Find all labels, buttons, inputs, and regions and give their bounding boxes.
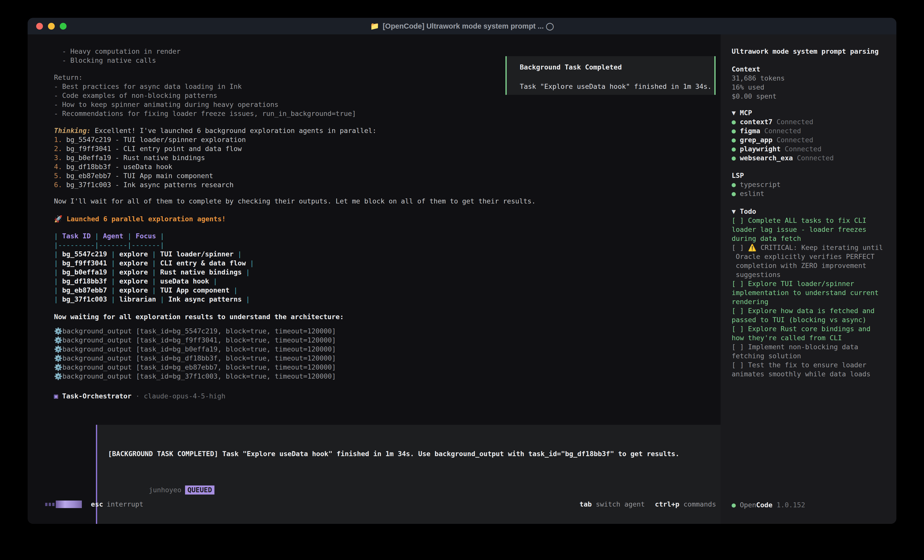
text-line: [ ] Test the fix to ensure loader bbox=[732, 361, 891, 370]
text-line: | Task ID | Agent | Focus | bbox=[54, 232, 721, 241]
text-line: ● context7 Connected bbox=[732, 117, 891, 126]
text-line: ⚙️background_output [task_id=bg_37f1c003… bbox=[54, 372, 721, 381]
background-task-completed-message: [BACKGROUND TASK COMPLETED] Task "Explor… bbox=[96, 425, 769, 524]
text-line: fetching solution bbox=[732, 352, 891, 361]
text-line: ● websearch_exa Connected bbox=[732, 154, 891, 163]
queued-badge: QUEUED bbox=[185, 485, 214, 494]
text-line: 6. bg_37f1c003 - Ink async patterns rese… bbox=[54, 180, 721, 189]
text-line: 16% used bbox=[732, 83, 891, 92]
text-block: Thinking: Excellent! I've launched 6 bac… bbox=[54, 126, 721, 189]
text-line: |---------|-------|-------| bbox=[54, 241, 721, 250]
text-line: ▣ Task-Orchestrator · claude-opus-4-5-hi… bbox=[54, 392, 721, 401]
text-block: Context31,686 tokens16% used$0.00 spent bbox=[732, 65, 891, 101]
text-line: | bg_eb87ebb7 | explore | TUI App compon… bbox=[54, 286, 721, 295]
app-name-dim: Open bbox=[740, 501, 756, 509]
text-line: ● playwright Connected bbox=[732, 145, 891, 154]
text-line: | bg_b0effa19 | explore | Rust native bi… bbox=[54, 268, 721, 277]
text-block: Now waiting for all exploration results … bbox=[54, 312, 721, 321]
text-line: animates smoothly while data loads bbox=[732, 370, 891, 379]
text-line: ● typescript bbox=[732, 180, 891, 189]
text-line: 5. bg_eb87ebb7 - TUI App main component bbox=[54, 171, 721, 180]
text-line: ● figma Connected bbox=[732, 126, 891, 135]
sidebar-footer: ● OpenCode 1.0.152 bbox=[732, 501, 805, 509]
text-line: ⚙️background_output [task_id=bg_5547c219… bbox=[54, 327, 721, 336]
sidebar: Ultrawork mode system prompt parsingCont… bbox=[721, 34, 896, 524]
text-line: implementation to understand current bbox=[732, 288, 891, 297]
text-line: completion with ZERO improvement bbox=[732, 261, 891, 270]
text-block: ▼ Todo[ ] Complete ALL tasks to fix CLIl… bbox=[732, 207, 891, 379]
text-line: [ ] Explore how data is fetched and bbox=[732, 306, 891, 315]
zoom-button[interactable] bbox=[60, 23, 66, 30]
esc-key-hint[interactable]: esc bbox=[91, 500, 103, 509]
text-line: | bg_5547c219 | explore | TUI loader/spi… bbox=[54, 250, 721, 259]
background-task-toast: Background Task Completed Task "Explore … bbox=[506, 56, 716, 95]
text-line: [ ] ⚠️ CRITICAL: Keep iterating until bbox=[732, 243, 891, 252]
text-line: ● eslint bbox=[732, 189, 891, 198]
app-version bbox=[772, 501, 777, 509]
text-line: during data fetch bbox=[732, 234, 891, 243]
text-line: ▼ Todo bbox=[732, 207, 891, 216]
text-line: Oracle explicitly verifies PERFECT bbox=[732, 252, 891, 261]
text-line: ⚙️background_output [task_id=bg_f9ff3041… bbox=[54, 336, 721, 345]
text-line: 2. bg_f9ff3041 - CLI entry point and dat… bbox=[54, 144, 721, 153]
completed-message-text: [BACKGROUND TASK COMPLETED] Task "Explor… bbox=[108, 449, 761, 458]
text-line: - How to keep spinner animating during h… bbox=[54, 100, 721, 109]
ctrlp-key-label: commands bbox=[684, 500, 716, 508]
text-line: ⚙️background_output [task_id=bg_eb87ebb7… bbox=[54, 363, 721, 372]
text-line: Now waiting for all exploration results … bbox=[54, 312, 721, 321]
window-title-text: [OpenCode] Ultrawork mode system prompt … bbox=[382, 22, 554, 30]
text-line: ⚙️background_output [task_id=bg_df18bb3f… bbox=[54, 354, 721, 363]
text-line: Now I'll wait for all of them to complet… bbox=[54, 197, 721, 206]
toast-body: Task "Explore useData hook" finished in … bbox=[520, 82, 714, 91]
text-line: 1. bg_5547c219 - TUI loader/spinner expl… bbox=[54, 135, 721, 144]
text-line: loader lag issue - loader freezes bbox=[732, 225, 891, 234]
text-line: - Recommendations for fixing loader free… bbox=[54, 109, 721, 118]
text-block: LSP● typescript● eslint bbox=[732, 171, 891, 198]
username: junhoyeo bbox=[149, 486, 182, 494]
text-line: - Heavy computation in render bbox=[54, 47, 721, 56]
terminal-main-pane: - Heavy computation in render - Blocking… bbox=[28, 34, 721, 524]
toast-title: Background Task Completed bbox=[520, 63, 714, 72]
text-line: Thinking: Excellent! I've launched 6 bac… bbox=[54, 126, 721, 135]
ctrlp-key-hint[interactable]: ctrl+p bbox=[655, 500, 680, 508]
close-button[interactable] bbox=[36, 23, 43, 30]
window-title: 📁 [OpenCode] Ultrawork mode system promp… bbox=[370, 22, 554, 30]
text-line: 31,686 tokens bbox=[732, 74, 891, 83]
text-block: | Task ID | Agent | Focus ||---------|--… bbox=[54, 232, 721, 304]
text-line: $0.00 spent bbox=[732, 92, 891, 101]
text-block: 🚀 Launched 6 parallel exploration agents… bbox=[54, 214, 721, 223]
titlebar[interactable]: 📁 [OpenCode] Ultrawork mode system promp… bbox=[28, 18, 896, 34]
text-line: ● grep_app Connected bbox=[732, 135, 891, 145]
text-line: LSP bbox=[732, 171, 891, 180]
completed-message-meta: junhoyeoQUEUED bbox=[108, 476, 761, 503]
traffic-lights bbox=[36, 18, 66, 34]
folder-icon: 📁 bbox=[370, 22, 379, 30]
text-line: | bg_37f1c003 | librarian | Ink async pa… bbox=[54, 295, 721, 304]
spinner-icon bbox=[45, 500, 82, 508]
tab-key-hint[interactable]: tab bbox=[579, 500, 592, 508]
text-line: how they're called from CLI bbox=[732, 334, 891, 343]
text-block: ▣ Task-Orchestrator · claude-opus-4-5-hi… bbox=[54, 392, 721, 401]
text-line: | bg_df18bb3f | explore | useData hook | bbox=[54, 277, 721, 286]
text-line: ▼ MCP bbox=[732, 108, 891, 117]
sidebar-content: Ultrawork mode system prompt parsingCont… bbox=[721, 34, 896, 379]
minimize-button[interactable] bbox=[48, 23, 55, 30]
text-line: Ultrawork mode system prompt parsing bbox=[732, 47, 891, 56]
text-line: [ ] Explore Rust core bindings and bbox=[732, 324, 891, 334]
text-block: ▼ MCP● context7 Connected● figma Connect… bbox=[732, 108, 891, 163]
text-line: ⚙️background_output [task_id=bg_b0effa19… bbox=[54, 345, 721, 354]
status-bar: esc interrupt tab switch agent ctrl+p co… bbox=[28, 500, 721, 509]
text-line: 🚀 Launched 6 parallel exploration agents… bbox=[54, 214, 721, 223]
esc-key-label: interrupt bbox=[107, 500, 143, 509]
status-dot-icon: ● bbox=[732, 501, 740, 509]
text-line: [ ] Complete ALL tasks to fix CLI bbox=[732, 216, 891, 225]
app-version-number: 1.0.152 bbox=[777, 501, 805, 509]
text-line: suggestions bbox=[732, 270, 891, 279]
text-block: ⚙️background_output [task_id=bg_5547c219… bbox=[54, 327, 721, 381]
tab-key-label: switch agent bbox=[596, 500, 645, 508]
text-line: rendering bbox=[732, 297, 891, 306]
text-line: 4. bg_df18bb3f - useData hook bbox=[54, 162, 721, 171]
app-name-bold: Code bbox=[756, 501, 772, 509]
text-line: 3. bg_b0effa19 - Rust native bindings bbox=[54, 153, 721, 162]
terminal-window: 📁 [OpenCode] Ultrawork mode system promp… bbox=[28, 18, 896, 524]
